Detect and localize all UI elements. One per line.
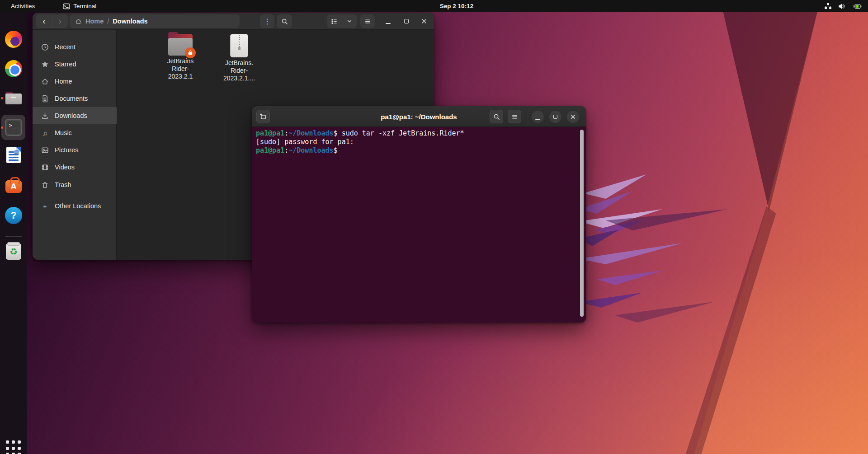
breadcrumb-current[interactable]: Downloads — [113, 18, 147, 25]
hamburger-menu-icon — [511, 113, 518, 120]
sidebar-item-videos[interactable]: Videos — [33, 159, 117, 176]
star-icon — [41, 61, 49, 68]
more-icon: ⋮ — [264, 17, 271, 26]
file-label: JetBrains Rider- 2023.2.1 — [167, 57, 193, 80]
breadcrumb-separator: / — [107, 18, 109, 25]
prompt-path: ~/Downloads — [288, 146, 333, 154]
sidebar-item-label: Recent — [55, 43, 75, 51]
prompt-user: pa1@pa1 — [256, 129, 284, 137]
prompt-dollar: $ — [334, 129, 338, 137]
film-icon — [41, 164, 49, 171]
search-icon — [493, 113, 500, 120]
sidebar-item-downloads[interactable]: Downloads — [33, 107, 117, 124]
files-headerbar[interactable]: ‹ › Home / Downloads ⋮ — [33, 13, 434, 30]
dock-item-files[interactable] — [5, 89, 23, 107]
sidebar-item-home[interactable]: Home — [33, 73, 117, 90]
clock-icon — [41, 43, 49, 51]
terminal-maximize-button[interactable] — [549, 111, 561, 123]
back-button[interactable]: ‹ — [36, 14, 52, 28]
sidebar-item-label: Home — [55, 78, 72, 85]
sidebar-item-label: Starred — [55, 61, 76, 68]
app-menu-label: Terminal — [73, 3, 96, 9]
app-menu-button[interactable]: Terminal — [63, 3, 96, 9]
breadcrumb-home[interactable]: Home — [85, 18, 104, 25]
chrome-icon — [5, 60, 22, 77]
terminal-menu-button[interactable] — [508, 110, 521, 123]
back-icon: ‹ — [42, 16, 45, 26]
system-status-area[interactable] — [824, 3, 862, 10]
maximize-icon — [404, 19, 409, 23]
terminal-minimize-button[interactable] — [532, 111, 544, 123]
prompt-path: ~/Downloads — [288, 129, 333, 137]
close-icon — [421, 19, 427, 24]
terminal-icon — [63, 3, 70, 9]
search-icon — [281, 18, 288, 25]
files-menu-button[interactable] — [360, 14, 375, 28]
dock: >_ A ? ♻ — [0, 12, 27, 454]
prompt-user: pa1@pa1 — [256, 146, 284, 154]
network-icon — [824, 3, 832, 10]
sidebar-item-documents[interactable]: Documents — [33, 90, 117, 107]
terminal-screen[interactable]: pa1@pa1:~/Downloads$ sudo tar -xzf JetBr… — [252, 127, 586, 323]
minimize-icon — [386, 23, 391, 24]
home-icon — [41, 78, 49, 85]
terminal-window: pa1@pa1: ~/Downloads — [252, 106, 586, 323]
terminal-search-button[interactable] — [490, 110, 503, 123]
dock-item-firefox[interactable] — [5, 30, 23, 48]
file-item-archive[interactable]: JetBrains. Rider- 2023.2.1.... — [219, 34, 259, 82]
lock-emblem-icon — [185, 47, 196, 58]
activities-button[interactable]: Activities — [7, 2, 38, 10]
sidebar-item-recent[interactable]: Recent — [33, 38, 117, 56]
new-tab-button[interactable] — [256, 110, 270, 123]
forward-icon: › — [59, 16, 61, 26]
sidebar-item-trash[interactable]: Trash — [33, 176, 117, 193]
new-tab-icon — [259, 113, 267, 120]
sidebar-item-other-locations[interactable]: + Other Locations — [33, 197, 117, 215]
output-text: [sudo] password for pa1: — [256, 138, 354, 146]
dock-item-libreoffice-writer[interactable] — [5, 146, 23, 164]
search-button[interactable] — [277, 14, 292, 28]
file-item-folder[interactable]: JetBrains Rider- 2023.2.1 — [160, 34, 201, 80]
ubuntu-software-icon: A — [5, 180, 22, 193]
view-options-dropdown[interactable] — [342, 14, 357, 28]
prompt-dollar: $ — [334, 146, 338, 154]
clock[interactable]: Sep 2 10:12 — [429, 3, 484, 9]
dock-item-trash[interactable]: ♻ — [5, 243, 23, 261]
terminal-icon: >_ — [5, 119, 22, 136]
dock-item-help[interactable]: ? — [5, 206, 23, 225]
wallpaper-shards — [579, 166, 814, 356]
running-indicator — [1, 97, 3, 99]
files-close-button[interactable] — [417, 14, 431, 28]
files-sidebar: Recent Starred Home Documents Downloads … — [33, 30, 117, 260]
more-options-button[interactable]: ⋮ — [260, 14, 274, 28]
sidebar-item-pictures[interactable]: Pictures — [33, 141, 117, 159]
sidebar-item-label: Trash — [55, 181, 71, 188]
prompt-colon: : — [284, 146, 288, 154]
trash-icon: ♻ — [6, 243, 21, 260]
list-view-button[interactable] — [327, 14, 342, 28]
volume-icon — [838, 3, 846, 10]
files-maximize-button[interactable] — [399, 14, 414, 28]
files-icon — [5, 92, 22, 104]
battery-charging-icon — [852, 3, 862, 10]
terminal-close-button[interactable] — [567, 111, 579, 123]
nav-button-group: ‹ › — [36, 14, 68, 28]
breadcrumb: Home / Downloads — [70, 14, 240, 28]
dock-item-terminal[interactable]: >_ — [5, 118, 23, 136]
help-icon: ? — [5, 207, 22, 224]
show-applications-button[interactable] — [6, 440, 21, 454]
dock-item-ubuntu-software[interactable]: A — [5, 176, 23, 194]
running-indicator — [1, 126, 3, 129]
dock-item-chrome[interactable] — [5, 60, 23, 78]
terminal-line: pa1@pa1:~/Downloads$ — [256, 146, 586, 155]
archive-icon — [230, 34, 248, 57]
files-minimize-button[interactable] — [381, 14, 395, 28]
forward-button[interactable]: › — [52, 14, 68, 28]
sidebar-item-music[interactable]: ♫ Music — [33, 124, 117, 141]
trash-icon — [41, 181, 49, 189]
sidebar-item-starred[interactable]: Starred — [33, 56, 117, 73]
view-toggle-group — [327, 14, 357, 28]
firefox-icon — [5, 31, 22, 48]
terminal-scrollbar[interactable] — [580, 130, 584, 317]
terminal-headerbar[interactable]: pa1@pa1: ~/Downloads — [252, 106, 586, 127]
